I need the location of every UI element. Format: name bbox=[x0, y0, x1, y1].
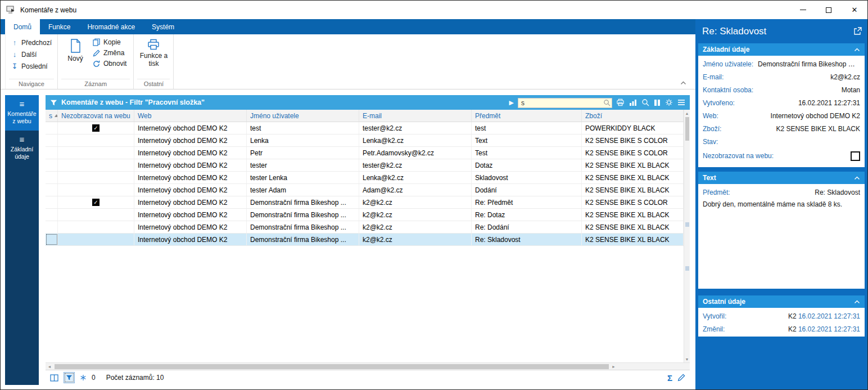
vertical-scrollbar-thumb[interactable] bbox=[685, 117, 689, 141]
document-icon bbox=[70, 39, 81, 53]
cell-subj: Test bbox=[472, 147, 582, 159]
cell-web: Internetový obchod DEMO K2 bbox=[134, 196, 247, 208]
last-label: Poslední bbox=[21, 62, 48, 70]
cell-email: Adam@k2.cz bbox=[359, 184, 472, 196]
minimize-button[interactable] bbox=[790, 1, 816, 19]
chevron-up-icon[interactable] bbox=[854, 48, 860, 52]
detail-row: Jméno uživatele:Demonstrační firma Bikes… bbox=[698, 57, 865, 70]
vertical-scrollbar[interactable]: ▲ ▼ bbox=[684, 110, 690, 362]
menu-icon[interactable] bbox=[677, 98, 685, 107]
functions-print-label: Funkce a tisk bbox=[138, 52, 169, 68]
chevron-up-icon[interactable] bbox=[854, 176, 860, 180]
detail-row: Kontaktní osoba:Motan bbox=[698, 83, 865, 96]
sidebar-item-komentare-z-webu[interactable]: ≡ Komentáře z webu bbox=[5, 95, 39, 131]
table-row[interactable]: Internetový obchod DEMO K2tester AdamAda… bbox=[46, 184, 684, 196]
next-button[interactable]: ↓ Další bbox=[9, 50, 54, 59]
table-row[interactable]: ✓Internetový obchod DEMO K2testtester@k2… bbox=[46, 122, 684, 135]
column-header-predmet[interactable]: Předmět bbox=[472, 110, 582, 122]
tab-system[interactable]: Systém bbox=[143, 19, 183, 34]
cell-s bbox=[46, 209, 58, 221]
detail-label: Zboží: bbox=[703, 125, 721, 133]
table-body: ✓Internetový obchod DEMO K2testtester@k2… bbox=[46, 122, 684, 246]
scroll-left-icon[interactable]: ◄ bbox=[46, 365, 53, 369]
column-header-email[interactable]: E-mail bbox=[359, 110, 472, 122]
left-region: Domů Funkce Hromadné akce Systém ↑ Předc… bbox=[1, 19, 695, 389]
scroll-up-icon[interactable]: ▲ bbox=[685, 110, 689, 116]
view-columns-icon[interactable] bbox=[50, 374, 58, 382]
table-row[interactable]: Internetový obchod DEMO K2Demonstrační f… bbox=[46, 221, 684, 234]
cell-s bbox=[46, 184, 58, 196]
column-header-nezobrazovat[interactable]: Nezobrazovat na webu bbox=[58, 110, 134, 122]
previous-button[interactable]: ↑ Předchozí bbox=[9, 38, 54, 47]
maximize-button[interactable] bbox=[816, 1, 842, 19]
filter-toggle-button[interactable] bbox=[64, 372, 75, 383]
zakladni-rows: Jméno uživatele:Demonstrační firma Bikes… bbox=[698, 57, 865, 148]
nezobrazovat-checkbox[interactable] bbox=[851, 151, 860, 161]
cell-web: Internetový obchod DEMO K2 bbox=[134, 122, 247, 134]
close-button[interactable]: ✕ bbox=[842, 1, 867, 19]
ribbon-group-ostatni: Funkce a tisk Ostatní bbox=[134, 34, 174, 89]
row-checkbox-checked[interactable]: ✓ bbox=[92, 199, 100, 206]
sum-icon[interactable]: Σ bbox=[667, 373, 672, 383]
list-menu-icon: ≡ bbox=[20, 100, 25, 108]
tab-hromadne-akce[interactable]: Hromadné akce bbox=[79, 19, 143, 34]
play-icon[interactable]: ▶ bbox=[509, 100, 514, 106]
settings-gear-icon[interactable] bbox=[665, 98, 673, 107]
window-title: Komentáře z webu bbox=[20, 6, 76, 14]
refresh-button[interactable]: Obnovit bbox=[93, 60, 126, 68]
column-header-jmeno[interactable]: Jméno uživatele bbox=[247, 110, 359, 122]
chart-icon[interactable] bbox=[629, 98, 637, 107]
columns-icon[interactable] bbox=[654, 98, 661, 107]
copy-button[interactable]: Kopie bbox=[93, 38, 126, 46]
section-zakladni-udaje: Základní údaje Jméno uživatele:Demonstra… bbox=[698, 43, 865, 167]
table-row[interactable]: Internetový obchod DEMO K2Demonstrační f… bbox=[46, 209, 684, 221]
column-header-zbozi[interactable]: Zboží bbox=[582, 110, 684, 122]
tab-domu[interactable]: Domů bbox=[5, 19, 40, 34]
search-data-icon[interactable] bbox=[641, 98, 649, 107]
collapse-ribbon-icon[interactable] bbox=[680, 77, 686, 87]
section-header[interactable]: Text bbox=[698, 172, 865, 184]
detail-label: Vytvořil: bbox=[703, 312, 726, 320]
edit-pencil-icon[interactable] bbox=[677, 374, 685, 382]
next-label: Další bbox=[21, 51, 37, 59]
scroll-right-icon[interactable]: ► bbox=[610, 365, 618, 369]
table-row[interactable]: Internetový obchod DEMO K2Demonstrační f… bbox=[46, 234, 684, 246]
cell-email: k2@k2.cz bbox=[359, 196, 472, 208]
open-in-window-icon[interactable] bbox=[853, 27, 862, 38]
table-row[interactable]: ✓Internetový obchod DEMO K2Demonstrační … bbox=[46, 196, 684, 209]
column-header-web[interactable]: Web bbox=[134, 110, 247, 122]
detail-row: Vytvořil:K2 16.02.2021 12:27:31 bbox=[698, 310, 865, 322]
arrow-down-icon: ↓ bbox=[11, 50, 18, 59]
column-header-s[interactable]: s bbox=[46, 110, 58, 122]
search-input[interactable] bbox=[518, 98, 612, 108]
functions-print-button[interactable]: Funkce a tisk bbox=[137, 36, 170, 79]
edit-button[interactable]: Změna bbox=[93, 49, 126, 57]
table-row[interactable]: Internetový obchod DEMO K2PetrPetr.Adamo… bbox=[46, 147, 684, 159]
last-button[interactable]: ↧ Poslední bbox=[9, 61, 54, 71]
cell-subj: Text bbox=[472, 135, 582, 146]
tab-funkce[interactable]: Funkce bbox=[40, 19, 79, 34]
table-row[interactable]: Internetový obchod DEMO K2tester LenkaLe… bbox=[46, 172, 684, 184]
chevron-up-icon[interactable] bbox=[854, 300, 860, 304]
row-checkbox-checked[interactable]: ✓ bbox=[92, 124, 100, 132]
detail-label: Vytvořeno: bbox=[703, 99, 735, 107]
cell-user: Demonstrační firma Bikeshop ... bbox=[247, 196, 359, 208]
horizontal-scrollbar[interactable]: ◄ ► bbox=[46, 362, 690, 370]
cell-goods: K2 SENSE BIKE XL BLACK bbox=[582, 172, 684, 183]
section-header[interactable]: Ostatní údaje bbox=[698, 295, 865, 308]
section-header[interactable]: Základní údaje bbox=[698, 43, 865, 56]
cell-s bbox=[46, 122, 58, 134]
new-button[interactable]: Nový bbox=[61, 36, 89, 79]
sidebar-item-zakladni-udaje[interactable]: ≡ Základní údaje bbox=[5, 131, 39, 166]
minimize-icon bbox=[800, 10, 806, 10]
print-icon[interactable] bbox=[616, 98, 625, 107]
detail-value: k2@k2.cz bbox=[830, 73, 860, 81]
horizontal-scrollbar-thumb[interactable] bbox=[55, 364, 609, 369]
table-row[interactable]: Internetový obchod DEMO K2testertester@k… bbox=[46, 159, 684, 172]
cell-web: Internetový obchod DEMO K2 bbox=[134, 184, 247, 196]
table-row[interactable]: Internetový obchod DEMO K2LenkaLenka@k2.… bbox=[46, 135, 684, 147]
freeze-snowflake-icon[interactable] bbox=[80, 374, 87, 381]
cell-subj: Re: Dodání bbox=[472, 221, 582, 233]
scroll-down-icon[interactable]: ▼ bbox=[685, 356, 689, 362]
cell-chk: ✓ bbox=[58, 122, 134, 134]
